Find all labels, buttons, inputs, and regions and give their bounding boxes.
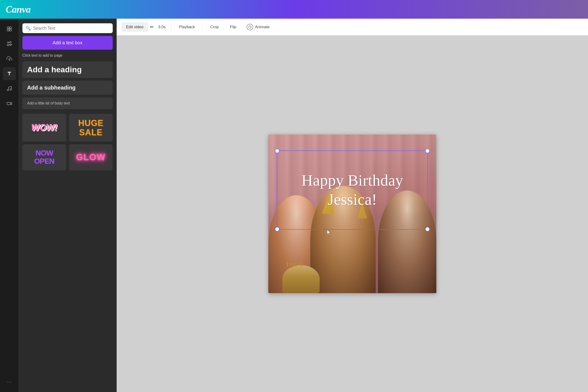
svg-point-8	[10, 89, 12, 90]
svg-rect-9	[7, 102, 11, 105]
duration-badge: 3.0s	[155, 23, 169, 31]
heading-style-item[interactable]: Add a heading	[23, 61, 113, 78]
crop-button[interactable]: Crop	[206, 22, 224, 32]
edit-video-button[interactable]: Edit video	[121, 22, 148, 32]
sidebar-item-uploads[interactable]	[3, 52, 16, 65]
animate-button[interactable]: Animate	[243, 22, 273, 32]
svg-rect-1	[10, 27, 12, 29]
wow-style-card[interactable]: WOW!	[23, 114, 66, 142]
toolbar-divider-2	[203, 23, 203, 31]
birthday-text-overlay[interactable]: Happy Birthday Jessica!	[277, 150, 428, 230]
scissors-icon: ✂	[150, 24, 154, 30]
text-styles-grid: WOW! HUGESALE NOWOPEN GLOW	[23, 114, 113, 170]
click-text-label: Click text to add to page	[23, 52, 113, 58]
birthday-line1: Happy Birthday	[301, 172, 403, 189]
huge-sale-style-card[interactable]: HUGESALE	[69, 114, 113, 142]
flip-button[interactable]: Flip	[225, 22, 241, 32]
glow-text: GLOW	[76, 152, 106, 162]
animate-label: Animate	[255, 25, 270, 30]
now-open-style-card[interactable]: NOWOPEN	[23, 144, 66, 170]
main-content: Edit video ✂ 3.0s Playback Crop Flip Ani…	[117, 19, 588, 392]
more-options[interactable]: ···	[7, 379, 12, 384]
canvas-area: Happy Birthday Jessica!	[117, 36, 588, 392]
add-textbox-button[interactable]: Add a text box	[23, 36, 113, 50]
body-style-item[interactable]: Add a little bit of body text	[23, 98, 113, 109]
handle-bottom-left[interactable]	[275, 227, 280, 232]
handle-top-right[interactable]	[425, 148, 430, 153]
heading-text: Add a heading	[27, 65, 82, 74]
handle-top-left[interactable]	[275, 148, 280, 153]
animate-icon	[247, 24, 253, 30]
wow-text: WOW!	[32, 123, 57, 133]
sidebar-item-text[interactable]	[3, 67, 16, 80]
svg-rect-2	[7, 29, 9, 31]
svg-rect-0	[7, 27, 9, 29]
subheading-text: Add a subheading	[27, 84, 76, 91]
search-input[interactable]	[33, 26, 110, 31]
svg-rect-3	[10, 29, 12, 31]
body-text: Add a little bit of body text	[27, 101, 70, 105]
toolbar-divider-1	[171, 23, 172, 31]
svg-rect-5	[7, 44, 9, 46]
birthday-line2: Jessica!	[328, 190, 377, 208]
text-panel: 🔍 Add a text box Click text to add to pa…	[19, 19, 117, 392]
canva-logo: Canva	[6, 4, 31, 15]
handle-bottom-right[interactable]	[425, 227, 430, 232]
subheading-style-item[interactable]: Add a subheading	[23, 81, 113, 95]
birthday-background: Happy Birthday Jessica!	[268, 134, 436, 293]
now-open-text: NOWOPEN	[34, 149, 54, 165]
search-icon: 🔍	[26, 26, 31, 31]
video-preview: Happy Birthday Jessica!	[268, 134, 436, 293]
glow-style-card[interactable]: GLOW	[69, 144, 113, 170]
svg-point-7	[7, 89, 9, 91]
sidebar-item-video[interactable]	[3, 97, 16, 110]
toolbar: Edit video ✂ 3.0s Playback Crop Flip Ani…	[117, 19, 588, 36]
sidebar-icons: ···	[0, 19, 19, 392]
birthday-text: Happy Birthday Jessica!	[301, 171, 403, 209]
huge-sale-text: HUGESALE	[78, 118, 103, 137]
sidebar-item-templates[interactable]	[3, 22, 16, 36]
sidebar-item-audio[interactable]	[3, 82, 16, 95]
app-header: Canva	[0, 0, 588, 19]
sidebar-item-elements[interactable]	[3, 37, 16, 50]
svg-point-4	[10, 42, 11, 43]
playback-button[interactable]: Playback	[174, 22, 200, 32]
search-box[interactable]: 🔍	[23, 23, 113, 33]
main-layout: ··· 🔍 Add a text box Click text to add t…	[0, 19, 588, 392]
